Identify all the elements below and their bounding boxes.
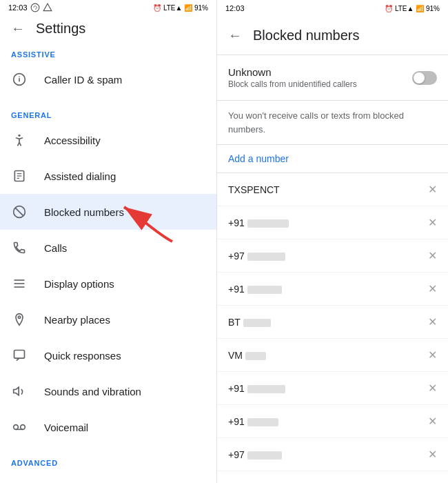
caller-id-spam-label: Caller ID & spam xyxy=(44,74,122,86)
svg-point-18 xyxy=(21,425,26,430)
remove-txspenct-button[interactable]: ✕ xyxy=(428,183,437,196)
blocked-item-bt: BT ✕ xyxy=(217,306,448,339)
sidebar-item-display-options[interactable]: Display options xyxy=(0,266,216,302)
sounds-vibration-label: Sounds and vibration xyxy=(44,386,141,397)
info-text: You won't receive calls or texts from bl… xyxy=(217,101,448,145)
svg-point-0 xyxy=(31,3,39,12)
blocked-number-91-3: +91 xyxy=(228,383,285,394)
left-status-icons: ⏰ LTE▲ 📶 91% xyxy=(153,4,208,12)
svg-rect-15 xyxy=(14,351,25,359)
right-back-button[interactable]: ← xyxy=(228,28,242,43)
blocked-item-97-1: +97 ✕ xyxy=(217,239,448,273)
nearby-icon xyxy=(11,311,28,328)
blocked-item-91-1: +91 ✕ xyxy=(217,206,448,239)
calls-label: Calls xyxy=(44,242,67,254)
blocked-number-91-2: +91 xyxy=(228,284,282,295)
left-panel: 12:03 ⏰ LTE▲ 📶 91% ← Settings ASSISTIVE … xyxy=(0,0,217,483)
blocked-list: TXSPENCT ✕ +91 ✕ +97 ✕ +91 ✕ BT ✕ VM ✕ +… xyxy=(217,173,448,483)
blocked-item-txs: TXS ✕ xyxy=(217,471,448,483)
quick-responses-icon xyxy=(11,347,28,364)
blocked-item-91-2: +91 ✕ xyxy=(217,273,448,306)
blocked-icon xyxy=(11,204,28,220)
blocked-item-txspenct: TXSPENCT ✕ xyxy=(217,173,448,206)
announcement-icon xyxy=(11,480,28,483)
sidebar-item-assisted-dialing[interactable]: Assisted dialing xyxy=(0,158,216,194)
blocked-number-bt: BT xyxy=(228,317,271,328)
add-number-button[interactable]: Add a number xyxy=(217,145,448,173)
blocked-item-91-4: +91 ✕ xyxy=(217,405,448,438)
blocked-item-97-2: +97 ✕ xyxy=(217,438,448,471)
blocked-item-91-3: +91 ✕ xyxy=(217,372,448,405)
remove-97-2-button[interactable]: ✕ xyxy=(428,448,437,461)
info-icon xyxy=(11,71,28,88)
blocked-numbers-label: Blocked numbers xyxy=(44,206,124,218)
remove-91-2-button[interactable]: ✕ xyxy=(428,282,437,295)
left-status-right: ⏰ LTE▲ 📶 91% xyxy=(153,4,208,12)
blocked-number-vm: VM xyxy=(228,350,266,361)
right-page-title: Blocked numbers xyxy=(253,28,360,43)
unknown-section: Unknown Block calls from unidentified ca… xyxy=(217,55,448,101)
sidebar-item-caller-id-spam[interactable]: Caller ID & spam xyxy=(0,61,216,97)
section-advanced: ADVANCED xyxy=(0,451,216,470)
section-general: GENERAL xyxy=(0,103,216,122)
assisted-dialing-icon xyxy=(11,168,28,184)
left-status-left: 12:03 xyxy=(8,3,52,12)
accessibility-icon xyxy=(11,132,28,148)
nearby-places-label: Nearby places xyxy=(44,314,110,326)
display-options-label: Display options xyxy=(44,278,114,290)
right-status-left: 12:03 xyxy=(225,4,245,12)
sidebar-item-quick-responses[interactable]: Quick responses xyxy=(0,337,216,373)
blocked-number-97-1: +97 xyxy=(228,250,285,262)
right-status-icons: ⏰ LTE▲ 📶 91% xyxy=(385,5,440,12)
blocked-item-vm: VM ✕ xyxy=(217,339,448,372)
left-time: 12:03 xyxy=(8,3,28,12)
remove-bt-button[interactable]: ✕ xyxy=(428,315,437,328)
left-page-title: Settings xyxy=(36,21,85,37)
left-top-bar: ← Settings xyxy=(0,15,216,42)
voicemail-label: Voicemail xyxy=(44,422,88,433)
right-time: 12:03 xyxy=(225,4,245,12)
remove-91-1-button[interactable]: ✕ xyxy=(428,216,437,229)
unknown-toggle[interactable] xyxy=(412,71,437,85)
svg-point-17 xyxy=(14,425,19,430)
right-panel: 12:03 ⏰ LTE▲ 📶 91% ← Blocked numbers Unk… xyxy=(217,0,448,483)
whatsapp-icon xyxy=(30,3,40,12)
sidebar-item-caller-id-announcement[interactable]: Caller ID announcement xyxy=(0,470,216,483)
blocked-number-txspenct: TXSPENCT xyxy=(228,184,280,195)
sidebar-item-voicemail[interactable]: Voicemail xyxy=(0,409,216,445)
calls-icon xyxy=(11,239,28,256)
svg-point-5 xyxy=(18,135,20,137)
blocked-number-97-2: +97 xyxy=(228,449,282,460)
sidebar-item-accessibility[interactable]: Accessibility xyxy=(0,122,216,158)
quick-responses-label: Quick responses xyxy=(44,350,121,362)
nav-icon xyxy=(43,3,52,12)
assisted-dialing-label: Assisted dialing xyxy=(44,170,116,182)
left-back-button[interactable]: ← xyxy=(11,21,25,37)
sidebar-item-blocked-numbers[interactable]: Blocked numbers xyxy=(0,194,216,230)
left-status-bar: 12:03 ⏰ LTE▲ 📶 91% xyxy=(0,0,216,15)
remove-vm-button[interactable]: ✕ xyxy=(428,348,437,362)
blocked-number-91-4: +91 xyxy=(228,416,278,427)
remove-91-4-button[interactable]: ✕ xyxy=(428,415,437,428)
sidebar-item-calls[interactable]: Calls xyxy=(0,230,216,266)
sidebar-item-sounds-vibration[interactable]: Sounds and vibration xyxy=(0,373,216,409)
svg-marker-16 xyxy=(14,387,19,395)
voicemail-icon xyxy=(11,419,28,435)
svg-point-4 xyxy=(19,76,20,77)
toggle-knob xyxy=(414,72,425,83)
remove-91-3-button[interactable]: ✕ xyxy=(428,382,437,395)
right-status-right: ⏰ LTE▲ 📶 91% xyxy=(385,5,440,12)
svg-marker-1 xyxy=(43,3,52,11)
section-assistive: ASSISTIVE xyxy=(0,42,216,61)
display-icon xyxy=(11,275,28,292)
blocked-number-91-1: +91 xyxy=(228,217,289,228)
accessibility-label: Accessibility xyxy=(44,135,101,146)
sidebar-item-nearby-places[interactable]: Nearby places xyxy=(0,302,216,337)
svg-line-11 xyxy=(15,208,23,216)
remove-97-1-button[interactable]: ✕ xyxy=(428,249,437,262)
sounds-icon xyxy=(11,383,28,400)
unknown-subtitle: Block calls from unidentified callers xyxy=(228,79,357,89)
right-status-bar: 12:03 ⏰ LTE▲ 📶 91% xyxy=(217,0,448,17)
unknown-title: Unknown xyxy=(228,66,357,78)
unknown-text-group: Unknown Block calls from unidentified ca… xyxy=(228,66,357,89)
